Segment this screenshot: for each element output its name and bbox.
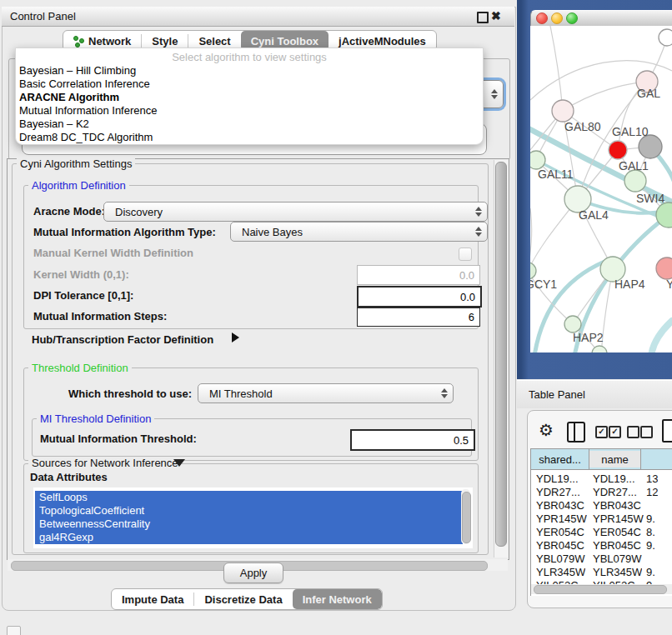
table-row[interactable]: YBL079W YBL079W — [531, 552, 672, 566]
checkbox-checked-icon[interactable]: ✓ — [609, 426, 621, 438]
tab-impute-data-label: Impute Data — [122, 593, 183, 606]
file-icon[interactable] — [662, 419, 672, 442]
network-canvas[interactable]: GAL GAL80 GAL10 GAL11 GAL1 SWI4 GAL4 GCY… — [530, 26, 672, 352]
mi-type-label: Mutual Information Algorithm Type: — [33, 226, 216, 239]
minimized-panel-icon[interactable] — [7, 626, 21, 635]
cell: 12 — [646, 486, 658, 499]
node-label: GAL4 — [579, 208, 609, 222]
list-item[interactable]: SelfLoops — [35, 491, 463, 504]
close-icon[interactable]: ✖ — [491, 8, 501, 23]
cell: YBR045C — [593, 539, 641, 552]
network-node[interactable] — [530, 262, 536, 279]
table-horizontal-scrollbar-thumb[interactable] — [534, 585, 667, 594]
cell: 9. — [646, 566, 655, 579]
kernel-width-field[interactable]: 0.0 — [357, 265, 480, 285]
cell: YER054C — [536, 526, 584, 539]
window-minimize-button[interactable] — [551, 12, 563, 24]
list-item[interactable]: gal4RGexp — [35, 531, 463, 544]
tab-select-label: Select — [198, 35, 230, 48]
network-node[interactable] — [659, 29, 672, 46]
tab-discretize-data[interactable]: Discretize Data — [194, 589, 292, 609]
network-node[interactable] — [639, 135, 662, 158]
network-graph: GAL GAL80 GAL10 GAL11 GAL1 SWI4 GAL4 GCY… — [530, 26, 672, 352]
column-header[interactable] — [641, 449, 672, 470]
dropdown-item[interactable]: Mutual Information Inference — [19, 104, 478, 118]
network-node-selected[interactable] — [609, 141, 627, 159]
combo-stepper-icon — [439, 384, 450, 402]
node-label: SWI4 — [636, 192, 664, 205]
list-scrollbar-thumb[interactable] — [462, 492, 471, 543]
vertical-scrollbar-thumb[interactable] — [495, 162, 507, 547]
list-item[interactable]: TopologicalCoefficient — [35, 504, 463, 518]
node-label: GAL11 — [538, 168, 574, 181]
which-threshold-combobox[interactable]: MI Threshold — [198, 383, 454, 403]
which-threshold-value: MI Threshold — [209, 388, 273, 400]
expand-right-icon[interactable] — [232, 332, 239, 342]
network-node[interactable] — [530, 151, 545, 169]
dropdown-item[interactable]: Dream8 DC_TDC Algorithm — [19, 131, 478, 144]
cyni-settings-group-title: Cyni Algorithm Settings — [17, 158, 135, 169]
cell: YBR043C — [536, 499, 584, 512]
cell: YBL079W — [536, 552, 585, 566]
cell: YDR27... — [536, 486, 580, 499]
dpi-tolerance-field[interactable]: 0.0 — [357, 286, 482, 308]
cell: 9. — [646, 539, 655, 552]
tab-infer-network-label: Infer Network — [303, 593, 372, 606]
dropdown-item[interactable]: Bayesian – K2 — [19, 118, 478, 131]
dropdown-item-selected[interactable]: ARACNE Algorithm — [19, 91, 478, 104]
columns-icon[interactable] — [567, 422, 585, 442]
sources-group-title[interactable]: Sources for Network Inference — [28, 458, 182, 468]
tab-infer-network[interactable]: Infer Network — [293, 589, 382, 609]
mi-threshold-label: Mutual Information Threshold: — [40, 432, 197, 446]
data-attributes-label: Data Attributes — [30, 471, 108, 484]
control-panel-titlebar[interactable] — [2, 7, 514, 27]
network-node[interactable] — [624, 170, 646, 192]
cell: YLR345W — [593, 566, 642, 579]
table-row[interactable]: YBR043C YBR043C — [531, 499, 672, 512]
node-label: GAL — [637, 87, 660, 100]
table-row[interactable]: YLR345W YLR345W 9. — [531, 566, 672, 579]
dropdown-item[interactable]: Basic Correlation Inference — [19, 78, 478, 91]
mi-type-combobox[interactable]: Naive Bayes — [230, 222, 488, 242]
cell: 8. — [646, 526, 655, 539]
table-row[interactable]: YBR045C YBR045C 9. — [531, 539, 672, 552]
manual-kernel-label: Manual Kernel Width Definition — [33, 247, 193, 260]
mi-threshold-group-title: MI Threshold Definition — [37, 413, 154, 424]
mi-steps-field[interactable]: 6 — [357, 308, 480, 327]
network-node[interactable] — [656, 258, 672, 279]
apply-button[interactable]: Apply — [223, 562, 283, 583]
mi-steps-label: Mutual Information Steps: — [33, 310, 167, 323]
float-window-icon[interactable] — [477, 12, 489, 23]
manual-kernel-checkbox[interactable] — [459, 248, 472, 261]
cell: YPR145W — [593, 512, 644, 526]
dropdown-item[interactable]: Bayesian – Hill Climbing — [19, 64, 478, 78]
list-item[interactable]: BetweennessCentrality — [35, 518, 463, 531]
tab-cyni-toolbox-label: Cyni Toolbox — [251, 35, 318, 48]
algorithm-dropdown-popup: Select algorithm to view settings Bayesi… — [15, 48, 484, 145]
collapse-down-icon[interactable] — [173, 459, 185, 467]
table-row[interactable]: YDR27... YDR27... 12 — [531, 486, 672, 499]
aracne-mode-combobox[interactable]: Discovery — [103, 202, 488, 222]
window-close-button[interactable] — [536, 12, 548, 24]
tab-network-label: Network — [88, 35, 131, 48]
checkbox-checked-icon[interactable]: ✓ — [595, 426, 608, 438]
window-zoom-button[interactable] — [566, 12, 578, 24]
tab-style-label: Style — [152, 35, 178, 48]
tab-impute-data[interactable]: Impute Data — [112, 589, 193, 609]
column-header[interactable]: shared... — [531, 449, 589, 470]
table-row[interactable]: YDL19... YDL19... 13 — [531, 472, 672, 486]
network-node[interactable] — [564, 316, 581, 332]
network-node[interactable] — [552, 100, 574, 122]
checkbox-unchecked-icon[interactable] — [627, 426, 639, 438]
hub-section-label[interactable]: Hub/Transcription Factor Definition — [32, 333, 213, 347]
cell: YER054C — [593, 526, 641, 539]
screen: Control Panel ✖ Network Style Select Cyn… — [0, 0, 672, 635]
checkbox-unchecked-icon[interactable] — [640, 426, 653, 438]
mi-threshold-field[interactable]: 0.5 — [350, 429, 475, 451]
table-row[interactable]: YER054C YER054C 8. — [531, 526, 672, 539]
combo-stepper-icon — [473, 222, 484, 241]
table-row[interactable]: YPR145W YPR145W 9. — [531, 512, 672, 526]
gear-icon[interactable]: ⚙ — [539, 420, 554, 440]
column-header[interactable]: name — [589, 449, 641, 470]
combo-stepper-icon — [473, 202, 484, 221]
